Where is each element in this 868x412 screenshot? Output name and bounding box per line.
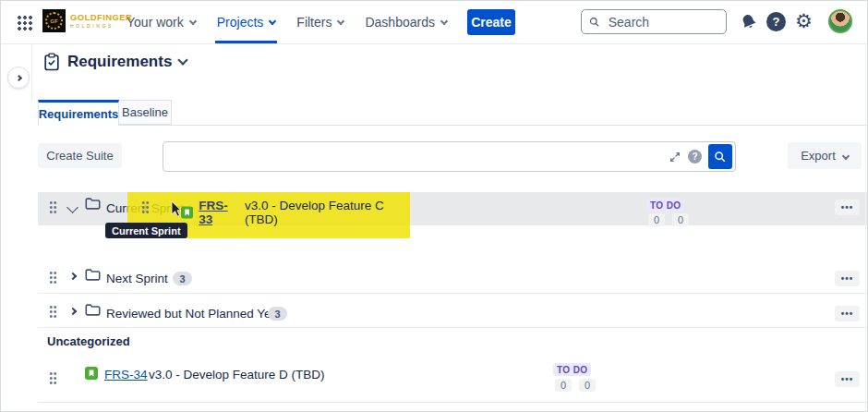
tabs-baseline-border [38, 125, 868, 126]
expand-sidebar-button[interactable] [7, 67, 30, 89]
logo-monogram: GF [45, 12, 63, 30]
current-sprint-tooltip: Current Sprint [105, 223, 187, 238]
nav-item-filters[interactable]: Filters [296, 1, 344, 43]
chevron-down-icon [440, 17, 448, 24]
global-search-input[interactable] [607, 14, 718, 30]
run-search-button[interactable] [708, 144, 732, 169]
app-window: GF GOLDFINGER HOLDINGS Your work Project… [0, 0, 868, 412]
more-options-button[interactable]: ••• [835, 306, 860, 321]
nav-item-your-work[interactable]: Your work [127, 1, 196, 43]
chevron-down-icon [842, 151, 850, 159]
more-options-button[interactable]: ••• [835, 200, 860, 215]
nav-item-projects[interactable]: Projects [217, 1, 276, 43]
search-icon [714, 151, 727, 164]
search-icon [589, 16, 600, 29]
folder-icon [85, 197, 101, 210]
requirements-clipboard-icon [43, 53, 60, 71]
chevron-down-icon [269, 17, 276, 24]
filter-input[interactable] [171, 149, 669, 165]
drag-handle-icon[interactable] [49, 371, 57, 385]
chevron-down-icon [189, 17, 197, 24]
settings-gear-icon[interactable]: ⚙ [795, 11, 813, 30]
logo-title: GOLDFINGER [70, 13, 132, 22]
story-issue-icon [85, 367, 98, 380]
children-count-badge: 3 [173, 272, 192, 285]
top-navigation-bar: GF GOLDFINGER HOLDINGS Your work Project… [1, 1, 868, 44]
workspace-logo[interactable]: GF GOLDFINGER HOLDINGS [42, 9, 132, 32]
count-pill: 0 [555, 379, 572, 392]
create-suite-button[interactable]: Create Suite [38, 143, 122, 168]
content-right-divider [865, 43, 866, 412]
drag-handle-icon[interactable] [49, 305, 57, 319]
syntax-help-icon[interactable]: ? [688, 150, 702, 164]
chevron-down-icon [178, 55, 188, 65]
section-label: Uncategorized [47, 334, 130, 348]
section-uncategorized: Uncategorized [38, 328, 868, 355]
count-pill: 0 [648, 213, 665, 226]
status-badge: TO DO [646, 199, 684, 212]
dragged-issue[interactable]: FRS-33 v3.0 - Develop Feature C (TBD) [181, 199, 410, 226]
export-button[interactable]: Export [788, 142, 862, 169]
global-search[interactable] [581, 9, 727, 34]
notifications-bell-icon[interactable] [740, 13, 758, 31]
folder-icon [85, 303, 101, 316]
app-switcher-icon[interactable] [17, 15, 32, 30]
page-title: Requirements [67, 53, 172, 71]
sidebar-divider [31, 43, 32, 101]
mouse-cursor-icon [171, 200, 183, 218]
more-options-button[interactable]: ••• [835, 271, 860, 286]
requirements-filter-field[interactable]: ? [163, 141, 736, 172]
folder-label-next-sprint[interactable]: Next Sprint [106, 272, 168, 285]
folder-label-reviewed[interactable]: Reviewed but Not Planned Yet [106, 307, 274, 321]
help-icon[interactable]: ? [766, 12, 786, 31]
status-badge: TO DO [553, 363, 591, 376]
chevron-right-icon [15, 74, 21, 80]
issue-key-link[interactable]: FRS-34 [104, 368, 148, 382]
user-avatar[interactable] [828, 9, 852, 33]
logo-emblem: GF [42, 9, 66, 32]
chevron-down-icon [337, 17, 344, 24]
count-pill: 0 [672, 213, 689, 226]
nav-item-dashboards[interactable]: Dashboards [365, 1, 447, 43]
issue-title: v3.0 - Develop Feature C (TBD) [245, 199, 410, 226]
create-button[interactable]: Create [467, 9, 515, 35]
logo-subtitle: HOLDINGS [70, 24, 132, 29]
drag-handle-icon[interactable] [49, 271, 57, 285]
page-title-dropdown[interactable]: Requirements [43, 53, 187, 71]
folder-icon [85, 268, 101, 281]
issue-title: v3.0 - Develop Feature D (TBD) [149, 368, 325, 382]
tab-baseline[interactable]: Baseline [119, 100, 172, 125]
nav-menu: Your work Projects Filters Dashboards Mo… [127, 1, 510, 43]
issue-key-link[interactable]: FRS-33 [199, 199, 239, 226]
expand-search-icon[interactable] [669, 151, 681, 164]
more-options-button[interactable]: ••• [835, 371, 860, 387]
tab-requirements[interactable]: Requirements [38, 100, 119, 126]
drag-handle-icon[interactable] [141, 200, 150, 214]
children-count-badge: 3 [268, 307, 287, 321]
drag-handle-icon[interactable] [49, 200, 57, 214]
count-pill: 0 [579, 379, 596, 392]
